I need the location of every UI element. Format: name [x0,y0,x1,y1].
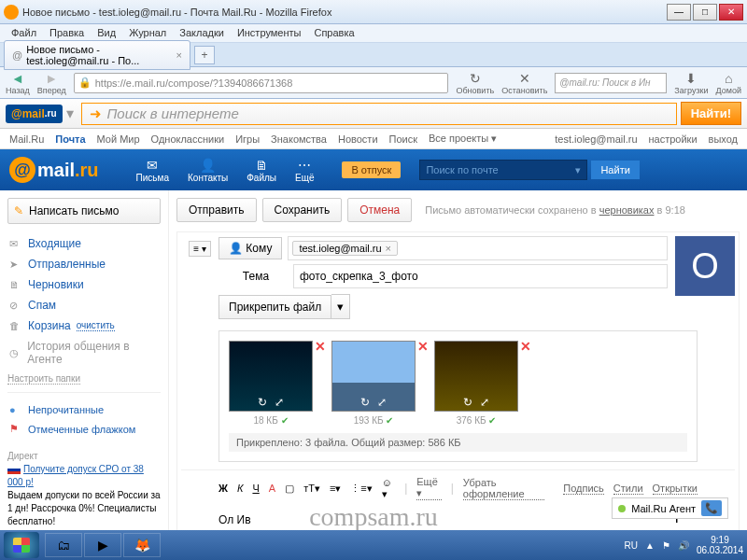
nav-all[interactable]: Все проекты ▾ [429,133,497,145]
attachment-thumb[interactable]: ↻⤢ ✕ 376 КБ ✔ [434,341,518,426]
maximize-button[interactable]: □ [693,4,717,21]
styles-link[interactable]: Стили [613,483,643,495]
more-tab[interactable]: ⋯Ещё [295,158,314,183]
attach-button[interactable]: Прикрепить файл [218,295,331,319]
settings-link[interactable]: настройки [649,133,698,145]
address-bar[interactable]: 🔒https://e.mail.ru/compose/?139408667136… [74,73,449,93]
underline-button[interactable]: Ч [252,483,259,494]
italic-button[interactable]: К [237,483,243,494]
menu-tools[interactable]: Инструменты [232,24,307,42]
bg-color-button[interactable]: ▢ [285,483,294,495]
back-button[interactable]: ◄Назад [6,71,30,95]
remove-recipient-icon[interactable]: × [386,243,391,254]
mailru-logo[interactable]: @mail.ru [9,157,99,183]
firefox-taskbar-icon[interactable]: 🦊 [123,533,161,557]
align-button[interactable]: ≡▾ [330,483,341,495]
bold-button[interactable]: Ж [218,483,228,494]
configure-folders[interactable]: Настроить папки [7,373,80,385]
to-field[interactable]: test.ioleg@mail.ru× [288,236,668,260]
nav-ok[interactable]: Одноклассники [151,133,225,145]
nav-mymir[interactable]: Мой Мир [97,133,140,145]
vacation-button[interactable]: В отпуск [342,161,401,178]
folder-spam[interactable]: ⊘Спам [7,295,161,315]
folder-sent[interactable]: ➤Отправленные [7,254,161,274]
media-icon[interactable]: ▶ [84,533,121,557]
system-tray: RU ▲ ⚑ 🔊 9:1906.03.2014 [625,535,743,555]
clear-trash[interactable]: очистить [77,320,115,331]
tray-volume-icon[interactable]: 🔊 [678,540,689,551]
reload-button[interactable]: ↻Обновить [456,71,494,95]
letters-tab[interactable]: ✉Письма [136,158,169,183]
attachment-thumb[interactable]: ↻⤢ ✕ 193 КБ ✔ [331,341,416,426]
tab-close-icon[interactable]: × [176,49,182,61]
font-size-button[interactable]: тТ▾ [303,483,320,495]
filter-flagged[interactable]: ⚑Отмеченные флажком [7,419,161,439]
internet-search-button[interactable]: Найти! [681,102,741,125]
new-tab-button[interactable]: + [194,46,215,64]
tab-bar: @ Новое письмо - test.ioleg@mail.ru - По… [0,43,747,67]
tray-clock[interactable]: 9:1906.03.2014 [697,535,743,555]
toggle-fields[interactable]: ≡ ▾ [189,241,211,257]
view-icon[interactable]: ⤢ [275,396,284,409]
stop-button[interactable]: ✕Остановить [501,71,547,95]
tray-lang[interactable]: RU [625,540,638,551]
filter-unread[interactable]: ●Непрочитанные [7,400,161,419]
files-tab[interactable]: 🗎Файлы [247,158,276,183]
nav-games[interactable]: Игры [235,133,260,145]
to-button[interactable]: 👤 Кому [218,237,282,259]
agent-widget[interactable]: Mail.Ru Агент 📞 [612,497,728,519]
rotate-icon[interactable]: ↻ [463,396,472,409]
rotate-icon[interactable]: ↻ [360,396,370,409]
nav-mailru[interactable]: Mail.Ru [9,133,44,145]
folder-drafts[interactable]: 🗎Черновики [7,274,161,295]
cancel-button[interactable]: Отмена [347,198,412,222]
nav-search[interactable]: Поиск [389,133,417,145]
user-email[interactable]: test.ioleg@mail.ru [555,133,637,145]
browser-tab[interactable]: @ Новое письмо - test.ioleg@mail.ru - По… [4,40,190,70]
delete-attachment-icon[interactable]: ✕ [315,339,326,354]
menu-help[interactable]: Справка [308,24,359,42]
ad-link[interactable]: Получите допуск СРО от 38 000 р! [7,464,144,487]
home-button[interactable]: ⌂Домой [716,71,741,95]
folder-agent-history[interactable]: ◷История общения в Агенте [7,336,161,370]
send-button[interactable]: Отправить [176,198,257,222]
save-button[interactable]: Сохранить [262,198,343,222]
tray-flag-icon[interactable]: ▲ [645,540,655,551]
clear-format[interactable]: Убрать оформление [463,477,545,500]
text-color-button[interactable]: A [269,483,275,494]
folder-inbox[interactable]: ✉Входящие [7,233,161,254]
close-button[interactable]: ✕ [719,4,743,21]
delete-attachment-icon[interactable]: ✕ [520,339,531,354]
view-icon[interactable]: ⤢ [480,396,489,409]
mail-search-button[interactable]: Найти [591,161,639,179]
internet-search-input[interactable]: ➜Поиск в интернете [81,103,677,125]
nav-dating[interactable]: Знакомства [271,133,327,145]
attachment-thumb[interactable]: ↻⤢ ✕ 18 КБ ✔ [229,341,313,426]
recipient-chip[interactable]: test.ioleg@mail.ru× [292,241,398,256]
explorer-icon[interactable]: 🗂 [45,533,82,557]
subject-input[interactable] [293,264,668,288]
phone-icon[interactable]: 📞 [701,500,722,516]
exit-link[interactable]: выход [709,133,738,145]
mail-search-input[interactable]: Поиск по почте▾ [419,160,587,180]
forward-button[interactable]: ►Вперед [37,71,66,95]
minimize-button[interactable]: — [667,4,691,21]
signature-link[interactable]: Подпись [563,483,604,495]
view-icon[interactable]: ⤢ [377,396,387,409]
downloads-button[interactable]: ⬇Загрузки [674,71,708,95]
contacts-tab[interactable]: 👤Контакты [188,158,228,183]
rotate-icon[interactable]: ↻ [258,396,267,409]
attach-dropdown[interactable]: ▾ [331,294,350,319]
browser-search-input[interactable]: @ mail.ru: Поиск в Ин [555,73,667,93]
delete-attachment-icon[interactable]: ✕ [417,339,429,354]
tray-action-icon[interactable]: ⚑ [662,540,670,551]
start-button[interactable] [4,532,39,558]
folder-trash[interactable]: 🗑Корзинаочистить [7,315,161,336]
cards-link[interactable]: Открытки [653,483,698,495]
editor-more[interactable]: Ещё ▾ [416,476,441,500]
compose-button[interactable]: ✎Написать письмо [7,198,161,224]
emoji-button[interactable]: ☺▾ [382,477,395,500]
nav-mail[interactable]: Почта [55,133,85,145]
nav-news[interactable]: Новости [338,133,378,145]
list-button[interactable]: ⋮≡▾ [350,483,372,495]
